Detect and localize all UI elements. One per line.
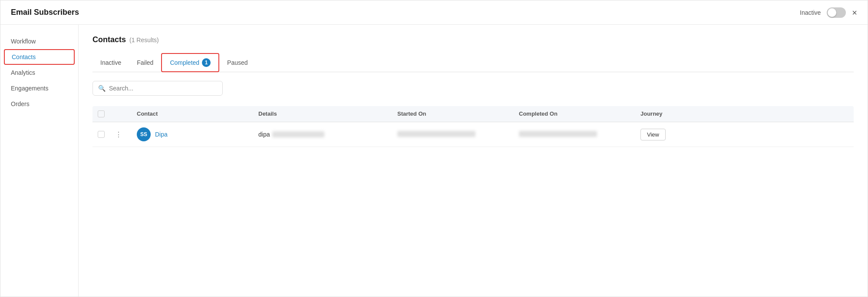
close-button[interactable]: × xyxy=(852,8,857,17)
tab-completed-label: Completed xyxy=(170,59,199,66)
row-journey-cell: View xyxy=(635,129,687,140)
content-header: Contacts (1 Results) xyxy=(92,35,854,44)
details-prefix: dipa xyxy=(258,131,270,138)
page-title: Email Subscribers xyxy=(11,8,79,17)
content-title: Contacts xyxy=(92,35,126,44)
status-label: Inactive xyxy=(800,9,821,16)
contacts-table: Contact Details Started On Completed On … xyxy=(92,106,854,147)
sidebar-item-orders[interactable]: Orders xyxy=(0,96,78,112)
sidebar-item-engagements[interactable]: Engagements xyxy=(0,80,78,96)
tab-failed[interactable]: Failed xyxy=(129,53,161,72)
active-toggle[interactable] xyxy=(827,7,846,18)
row-started-on-cell xyxy=(392,131,514,138)
col-actions xyxy=(110,110,132,117)
col-contact: Contact xyxy=(132,110,253,117)
results-count: (1 Results) xyxy=(129,37,159,43)
sidebar: Workflow Contacts Analytics Engagements … xyxy=(0,25,79,297)
row-details-cell: dipa xyxy=(253,131,392,138)
tab-completed[interactable]: Completed 1 xyxy=(161,53,219,72)
header: Email Subscribers Inactive × xyxy=(0,0,868,25)
main-layout: Workflow Contacts Analytics Engagements … xyxy=(0,25,868,297)
sidebar-item-workflow[interactable]: Workflow xyxy=(0,33,78,49)
completed-on-blurred xyxy=(519,131,597,137)
tabs-bar: Inactive Failed Completed 1 Paused xyxy=(92,53,854,72)
row-more-cell: ⋮ xyxy=(110,130,132,139)
tab-paused-label: Paused xyxy=(227,59,248,66)
toggle-knob xyxy=(828,8,836,17)
app-container: Email Subscribers Inactive × Workflow Co… xyxy=(0,0,868,297)
col-details: Details xyxy=(253,110,392,117)
sidebar-item-analytics[interactable]: Analytics xyxy=(0,65,78,80)
search-input[interactable] xyxy=(109,85,217,92)
col-started-on: Started On xyxy=(392,110,514,117)
avatar: SS xyxy=(137,127,151,141)
sidebar-item-contacts[interactable]: Contacts xyxy=(4,49,75,65)
row-checkbox[interactable] xyxy=(98,131,105,138)
contact-name-link[interactable]: Dipa xyxy=(155,131,168,138)
search-icon: 🔍 xyxy=(98,85,106,92)
tab-inactive-label: Inactive xyxy=(100,59,121,66)
tab-inactive[interactable]: Inactive xyxy=(92,53,129,72)
view-journey-button[interactable]: View xyxy=(640,129,666,140)
row-checkbox-cell xyxy=(92,131,110,138)
header-right: Inactive × xyxy=(800,7,857,18)
row-contact-cell: SS Dipa xyxy=(132,127,253,141)
more-options-icon[interactable]: ⋮ xyxy=(115,131,122,138)
started-on-blurred xyxy=(397,131,475,137)
table-row: ⋮ SS Dipa dipa xyxy=(92,122,854,147)
col-checkbox xyxy=(92,110,110,117)
col-completed-on: Completed On xyxy=(514,110,635,117)
tab-completed-badge: 1 xyxy=(202,58,211,67)
col-journey: Journey xyxy=(635,110,687,117)
content-area: Contacts (1 Results) Inactive Failed Com… xyxy=(79,25,868,297)
table-header: Contact Details Started On Completed On … xyxy=(92,106,854,122)
row-completed-on-cell xyxy=(514,131,635,138)
header-checkbox[interactable] xyxy=(98,110,105,117)
search-container: 🔍 xyxy=(92,81,223,96)
details-blurred xyxy=(272,131,324,137)
tab-paused[interactable]: Paused xyxy=(219,53,255,72)
tab-failed-label: Failed xyxy=(137,59,153,66)
